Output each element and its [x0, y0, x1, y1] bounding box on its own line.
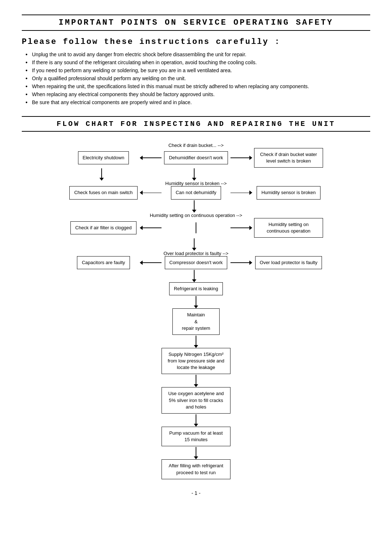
node-maintain: Maintain & repair system	[172, 308, 220, 335]
instruction-3: If you need to perform any welding or so…	[25, 67, 370, 73]
node-nitrogen: Supply Nitrogen 15Kg/cm² from low pressu…	[162, 348, 230, 374]
node-oxygen: Use oxygen acetylene and 5% silver iron …	[162, 387, 230, 414]
node-overload: Over load protector is faulty	[255, 256, 322, 269]
instruction-4: Only a qualified professional should per…	[25, 75, 370, 81]
page-number: - 1 -	[22, 490, 370, 496]
node-air-filter: Check if air filter is clogged	[70, 221, 136, 234]
node-refrigerant: Refrigerant is leaking	[169, 282, 223, 295]
section-title: FLOW CHART FOR INSPECTING AND REPAIRING …	[22, 116, 370, 132]
main-title: IMPORTANT POINTS ON SERVICE OPERATING SA…	[22, 15, 370, 31]
instruction-1: Unplug the unit to avoid any danger from…	[25, 52, 370, 57]
node-dehumidifier: Dehumidifier doesn't work	[164, 151, 228, 164]
node-electricity: Electricity shutdown	[78, 151, 129, 164]
node-filling: After filling with refrigerant proceed t…	[162, 459, 230, 479]
node-fuses: Check fuses on main switch	[69, 186, 137, 199]
instruction-2: If there is any sound of the refrigerant…	[25, 59, 370, 65]
instruction-7: Be sure that any electrical components a…	[25, 99, 370, 105]
flowchart: Check if drain bucket... --> Electricity…	[22, 143, 370, 479]
node-humidity-setting: Humidity setting on continuous operation	[254, 218, 323, 238]
subtitle: Please follow these instructions careful…	[22, 37, 370, 46]
node-compressor: Compressor doesn't work	[165, 256, 228, 269]
node-cannot: Can not dehumidify	[171, 186, 221, 199]
instruction-6: When replacing any electrical components…	[25, 91, 370, 97]
node-pump: Pump vacuum for at least 15 minutes	[162, 427, 230, 446]
instruction-5: When repairing the unit, the specificati…	[25, 83, 370, 89]
node-humidity-sensor: Humidity sensor is broken	[257, 186, 320, 199]
instructions-list: Unplug the unit to avoid any danger from…	[25, 52, 370, 105]
node-drain: Check if drain bucket water level switch…	[254, 148, 323, 168]
node-capacitors: Capacitors are faulty	[77, 256, 130, 269]
